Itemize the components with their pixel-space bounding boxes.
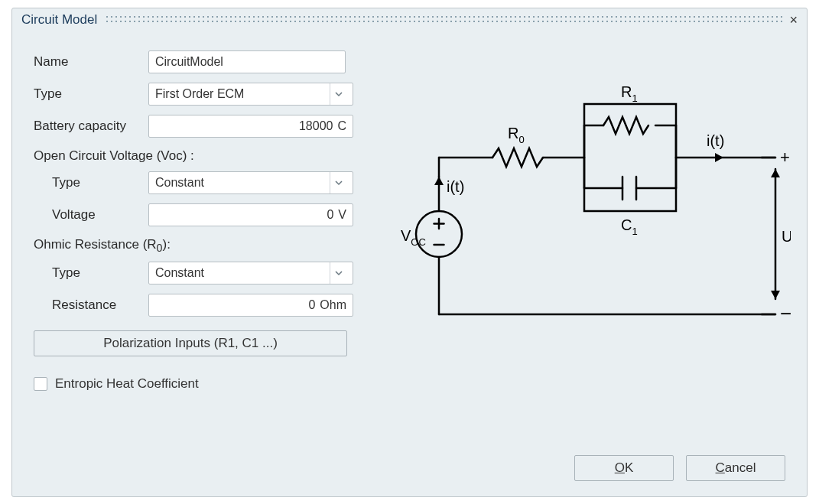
chevron-down-icon bbox=[330, 172, 346, 193]
capacity-row: Battery capacity 18000 C bbox=[34, 115, 370, 138]
polarization-inputs-label: Polarization Inputs (R1, C1 ...) bbox=[103, 336, 278, 351]
type-select[interactable]: First Order ECM bbox=[148, 83, 353, 106]
r0-resistance-input[interactable]: 0 Ohm bbox=[148, 294, 353, 317]
circuit-model-dialog: Circuit Model × Name Type First Order EC… bbox=[11, 8, 808, 497]
diagram-voc-label: VOC bbox=[401, 227, 426, 248]
voc-header: Open Circuit Voltage (Voc) : bbox=[34, 148, 370, 164]
circuit-diagram: VOC i(t) R0 R1 C1 i(t) + − UT bbox=[393, 70, 791, 345]
chevron-down-icon bbox=[330, 262, 346, 284]
voc-voltage-row: Voltage 0 V bbox=[34, 203, 370, 226]
voc-type-value: Constant bbox=[155, 176, 330, 190]
diagram-it-left: i(t) bbox=[447, 178, 464, 195]
name-input[interactable] bbox=[148, 50, 346, 73]
r0-header-suffix: ): bbox=[162, 237, 170, 252]
r0-type-label: Type bbox=[34, 265, 148, 281]
entropic-label: Entropic Heat Coefficient bbox=[55, 376, 199, 392]
type-select-value: First Order ECM bbox=[155, 87, 330, 101]
diagram-ut-label: UT bbox=[782, 228, 791, 249]
cancel-button[interactable]: Cancel bbox=[686, 455, 785, 481]
chevron-down-icon bbox=[330, 83, 346, 105]
voc-type-row: Type Constant bbox=[34, 171, 370, 194]
entropic-row: Entropic Heat Coefficient bbox=[34, 376, 370, 392]
r0-resistance-row: Resistance 0 Ohm bbox=[34, 294, 370, 317]
voc-voltage-value: 0 bbox=[155, 208, 333, 222]
r0-type-row: Type Constant bbox=[34, 262, 370, 285]
capacity-label: Battery capacity bbox=[34, 119, 148, 134]
r0-header: Ohmic Resistance (R0): bbox=[34, 237, 370, 254]
close-icon[interactable]: × bbox=[785, 12, 802, 28]
name-row: Name bbox=[34, 50, 370, 73]
diagram-r0-label: R0 bbox=[508, 125, 525, 145]
voc-type-select[interactable]: Constant bbox=[148, 171, 353, 194]
diagram-minus: − bbox=[780, 302, 791, 325]
entropic-checkbox[interactable] bbox=[34, 377, 47, 391]
diagram-c1-label: C1 bbox=[621, 216, 638, 237]
r0-type-value: Constant bbox=[155, 266, 330, 280]
diagram-r1-label: R1 bbox=[621, 83, 638, 104]
dialog-footer: OK Cancel bbox=[574, 455, 785, 481]
voc-voltage-unit: V bbox=[338, 208, 346, 222]
titlebar-gripper-icon[interactable] bbox=[105, 15, 785, 25]
capacity-value: 18000 bbox=[155, 119, 333, 133]
svg-rect-3 bbox=[584, 104, 676, 211]
ok-button[interactable]: OK bbox=[574, 455, 674, 481]
r0-header-prefix: Ohmic Resistance (R bbox=[34, 237, 157, 252]
name-label: Name bbox=[34, 54, 148, 70]
r0-resistance-unit: Ohm bbox=[320, 298, 346, 312]
type-label: Type bbox=[34, 86, 148, 102]
voc-type-label: Type bbox=[34, 175, 148, 190]
capacity-input[interactable]: 18000 C bbox=[148, 115, 353, 138]
cancel-label: Cancel bbox=[716, 460, 756, 476]
form-column: Name Type First Order ECM Battery capaci… bbox=[34, 50, 370, 392]
polarization-inputs-button[interactable]: Polarization Inputs (R1, C1 ...) bbox=[34, 330, 347, 356]
voc-voltage-input[interactable]: 0 V bbox=[148, 203, 353, 226]
diagram-it-right: i(t) bbox=[707, 132, 724, 149]
dialog-body: Name Type First Order ECM Battery capaci… bbox=[34, 39, 785, 481]
titlebar: Circuit Model × bbox=[12, 8, 807, 31]
voc-voltage-label: Voltage bbox=[34, 207, 148, 223]
capacity-unit: C bbox=[337, 119, 346, 133]
diagram-plus: + bbox=[780, 148, 790, 167]
ok-label: OK bbox=[615, 460, 634, 476]
r0-type-select[interactable]: Constant bbox=[148, 262, 353, 285]
type-row: Type First Order ECM bbox=[34, 83, 370, 106]
r0-resistance-value: 0 bbox=[155, 298, 315, 312]
r0-resistance-label: Resistance bbox=[34, 298, 148, 313]
dialog-title: Circuit Model bbox=[21, 12, 97, 28]
